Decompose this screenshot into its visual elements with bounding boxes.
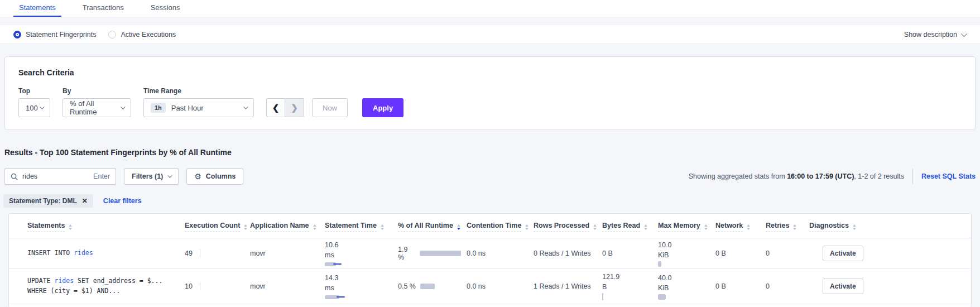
col-header-statements: Statements: [27, 222, 185, 232]
contention-time-cell: 0.0 ns: [467, 250, 534, 257]
statement-time-bar: [325, 295, 392, 299]
sort-icon[interactable]: [525, 224, 529, 230]
by-field: By % of All Runtime: [63, 87, 131, 117]
bar-deviation: [333, 263, 342, 265]
col-header-max-memory: Max Memory: [658, 222, 715, 232]
radio-unselected-icon[interactable]: [108, 31, 116, 39]
gear-icon: ⚙: [194, 172, 201, 181]
clear-filters-link[interactable]: Clear filters: [103, 197, 142, 205]
execution-count-value: 10: [185, 282, 193, 290]
next-time-button[interactable]: ❯: [285, 98, 304, 117]
statement-link[interactable]: UPDATE rides SET end_address = $... WHER…: [27, 276, 185, 296]
sort-icon[interactable]: [747, 224, 750, 230]
filters-button[interactable]: Filters (1): [124, 168, 179, 185]
previous-time-button[interactable]: ❮: [266, 98, 285, 117]
tab-sessions[interactable]: Sessions: [145, 0, 186, 17]
bar-mean: [658, 261, 661, 267]
activate-diagnostics-button[interactable]: Activate: [823, 246, 863, 261]
diagnostics-cell: Activate: [809, 279, 871, 294]
statement-time-value: 14.3: [325, 273, 392, 283]
by-select[interactable]: % of All Runtime: [63, 98, 131, 117]
search-enter-hint: Enter: [93, 172, 110, 180]
execution-count-cell: 49: [185, 250, 250, 257]
time-range-select[interactable]: 1h Past Hour: [143, 98, 254, 117]
sort-icon[interactable]: [69, 224, 72, 230]
stats-summary-text: Showing aggregated stats from 16:00 to 1…: [689, 172, 904, 180]
col-header-retries: Retries: [766, 222, 809, 232]
top-select-value: 100: [26, 104, 38, 112]
now-button[interactable]: Now: [312, 98, 348, 117]
col-header-label: Bytes Read: [602, 222, 640, 232]
contention-time-cell: 0.0 ns: [467, 282, 534, 290]
table-row: UPDATE rides SET end_address = $... WHER…: [9, 268, 971, 304]
max-memory-unit: KiB: [658, 283, 710, 293]
bytes-read-bar: [602, 293, 603, 300]
table-header-row: Statements Execution Count Application N…: [9, 222, 971, 238]
col-header-label: % of All Runtime: [398, 222, 453, 232]
tab-statements[interactable]: Statements: [13, 0, 61, 17]
bar-mean: [658, 294, 666, 300]
apply-button[interactable]: Apply: [362, 98, 403, 117]
diagnostics-cell: Activate: [809, 246, 871, 261]
pct-runtime-value: 1.9 %: [398, 246, 415, 261]
chevron-down-icon: [40, 104, 44, 109]
search-criteria-card: Search Criteria Top 100 By % of All Runt…: [4, 56, 976, 130]
network-cell: 0 B: [715, 282, 766, 290]
sort-icon[interactable]: [704, 224, 708, 230]
statement-time-unit: ms: [325, 250, 392, 260]
col-header-label: Max Memory: [658, 222, 700, 232]
sort-icon[interactable]: [644, 224, 647, 230]
columns-button[interactable]: ⚙ Columns: [186, 168, 243, 185]
search-input[interactable]: [22, 172, 93, 180]
sort-icon[interactable]: [313, 224, 316, 230]
rows-processed-cell: 0 Reads / 1 Writes: [534, 250, 602, 257]
stats-summary-range: 16:00 to 17:59 (UTC): [787, 172, 854, 180]
col-header-diagnostics: Diagnostics: [809, 222, 871, 232]
table-row: INSERT INTO rides 49 movr 10.6 ms 1.9 % …: [9, 238, 971, 268]
max-memory-value: 10.0: [658, 240, 710, 250]
sort-icon[interactable]: [593, 224, 597, 230]
col-header-label: Rows Processed: [534, 222, 589, 232]
chevron-down-icon: [167, 173, 172, 178]
sort-icon[interactable]: [381, 224, 384, 230]
tab-transactions[interactable]: Transactions: [77, 0, 129, 17]
sort-icon-active[interactable]: [457, 224, 460, 230]
statement-search-box[interactable]: Enter: [4, 168, 116, 185]
sql-text: INSERT INTO: [27, 249, 74, 257]
col-header-network: Network: [715, 222, 766, 232]
top-select[interactable]: 100: [18, 98, 50, 117]
col-header-label: Diagnostics: [809, 222, 849, 232]
show-description-label: Show description: [904, 31, 957, 39]
statement-link[interactable]: INSERT INTO rides: [27, 248, 185, 258]
chevron-down-icon: [961, 30, 967, 36]
bar-deviation: [337, 296, 345, 298]
sort-icon[interactable]: [793, 224, 796, 230]
col-header-label: Statement Time: [325, 222, 377, 232]
sort-icon[interactable]: [853, 224, 856, 230]
radio-active-executions[interactable]: Active Executions: [108, 31, 176, 39]
max-memory-cell: 40.0 KiB: [658, 273, 715, 299]
radio-selected-icon[interactable]: [13, 31, 21, 39]
execution-count-cell: 10: [185, 282, 250, 290]
top-tab-bar: Statements Transactions Sessions: [0, 0, 980, 17]
search-icon: [11, 173, 18, 180]
sort-icon[interactable]: [244, 224, 247, 230]
reset-sql-stats-link[interactable]: Reset SQL Stats: [921, 172, 976, 180]
results-heading: Results - Top 100 Statement Fingerprints…: [4, 148, 976, 157]
application-name-cell: movr: [250, 282, 325, 290]
pct-runtime-value: 0.5 %: [398, 282, 416, 290]
radio-statement-fingerprints[interactable]: Statement Fingerprints: [13, 31, 96, 39]
retries-cell: 0: [766, 282, 809, 290]
statement-time-cell: 10.6 ms: [325, 240, 398, 266]
max-memory-bar: [658, 295, 710, 299]
time-range-label: Time Range: [143, 87, 254, 95]
statements-table: Statements Execution Count Application N…: [8, 213, 972, 307]
col-header-execution-count: Execution Count: [185, 222, 250, 232]
show-description-toggle[interactable]: Show description: [904, 31, 965, 39]
time-range-value: Past Hour: [171, 104, 204, 112]
sql-text: UPDATE: [27, 277, 54, 285]
sql-table-name: rides: [74, 249, 93, 257]
activate-diagnostics-button[interactable]: Activate: [823, 279, 863, 294]
columns-button-label: Columns: [206, 172, 236, 180]
remove-filter-icon[interactable]: ✕: [82, 197, 88, 205]
